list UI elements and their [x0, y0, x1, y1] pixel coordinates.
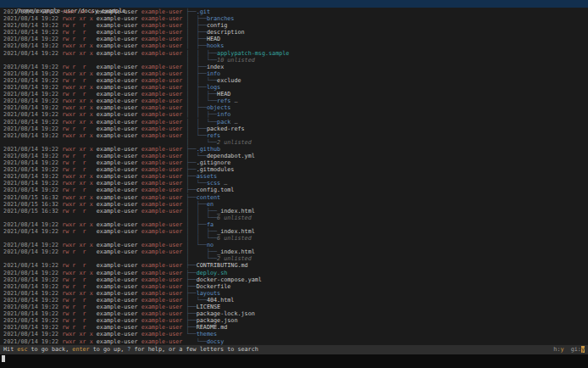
tree-row[interactable]: 2021/08/14 19:22 rw r r example-user exa…	[0, 297, 588, 304]
tree-row[interactable]: 2021/08/14 19:22 rw r r example-user exa…	[0, 64, 588, 70]
tree-row[interactable]: 2021/08/14 19:22 rw r r example-user exa…	[0, 187, 588, 193]
row-metadata: 2021/08/15 16:32 rwxr xr x example-user …	[0, 201, 186, 208]
permissions: rwxr xr x	[62, 331, 97, 337]
directory-name: content	[197, 194, 220, 201]
tree-row[interactable]: 2021/08/14 19:22 rwxr xr x example-user …	[0, 42, 588, 49]
modified-date: 2021/08/14 19:22	[0, 125, 62, 132]
tree-row[interactable]: 2021/08/14 19:22 rwxr xr x example-user …	[0, 8, 588, 15]
group-name: example-user	[141, 194, 186, 201]
tree-row[interactable]: 2021/08/14 19:22 rwxr xr x example-user …	[0, 70, 588, 77]
group-name	[141, 139, 186, 146]
tree-branch-lines: └──	[186, 331, 196, 337]
tree-branch-lines: │ ├──	[186, 42, 206, 49]
owner-name	[97, 57, 141, 64]
permissions: rwxr xr x	[62, 42, 97, 49]
hint-text: Hit	[3, 346, 17, 353]
tree-row[interactable]: 2021/08/15 16:32 rwxr xr x example-user …	[0, 194, 588, 201]
permissions: rwxr xr x	[62, 8, 97, 15]
row-metadata: 2021/08/14 19:22 rwxr xr x example-user …	[0, 42, 186, 49]
row-metadata: 2021/08/14 19:22 rwxr xr x example-user …	[0, 111, 186, 118]
group-name: example-user	[141, 64, 186, 70]
search-input-line[interactable]	[0, 354, 588, 368]
tree-row[interactable]: 2021/08/14 19:22 rw r r example-user exa…	[0, 159, 588, 166]
row-metadata: 2021/08/14 19:22 rwxr xr x example-user …	[0, 221, 186, 228]
tree-row[interactable]: 2021/08/14 19:22 rwxr xr x example-user …	[0, 270, 588, 276]
permissions: rwxr xr x	[62, 111, 97, 118]
permissions: rw r r	[62, 304, 97, 310]
tree-row[interactable]: 2021/08/14 19:22 rwxr xr x example-user …	[0, 290, 588, 297]
tree-row[interactable]: 2021/08/14 19:22 rwxr xr x example-user …	[0, 119, 588, 125]
permissions: rwxr xr x	[62, 50, 97, 57]
row-metadata: 2021/08/14 19:22 rw r r example-user exa…	[0, 77, 186, 84]
modified-date: 2021/08/15 16:32	[0, 194, 62, 201]
row-metadata: 2021/08/14 19:22 rw r r example-user exa…	[0, 22, 186, 29]
group-name: example-user	[141, 8, 186, 15]
modified-date: 2021/08/14 19:22	[0, 132, 62, 139]
row-metadata: 2021/08/14 19:22 rw r r example-user exa…	[0, 166, 186, 173]
tree-row[interactable]: 2021/08/14 19:22 rw r r example-user exa…	[0, 310, 588, 317]
row-metadata: 2021/08/14 19:22 rw r r example-user exa…	[0, 228, 186, 235]
tree-row[interactable]: 2021/08/14 19:22 rwxr xr x example-user …	[0, 331, 588, 337]
row-metadata: 2021/08/14 19:22 rw r r example-user exa…	[0, 297, 186, 304]
permissions	[62, 139, 97, 146]
row-metadata: 2021/08/14 19:22 rwxr xr x example-user …	[0, 15, 186, 22]
tree-row[interactable]: 2021/08/14 19:22 rw r r example-user exa…	[0, 77, 588, 84]
owner-name: example-user	[97, 304, 141, 310]
tree-row[interactable]: 2021/08/14 19:22 rw r r example-user exa…	[0, 153, 588, 159]
status-hint: Hit esc to go back, enter to go up, ? fo…	[3, 345, 258, 354]
row-metadata: 2021/08/14 19:22 rw r r example-user exa…	[0, 262, 186, 269]
modified-date: 2021/08/14 19:22	[0, 310, 62, 317]
file-name: _index.html	[217, 228, 255, 235]
owner-name: example-user	[97, 201, 141, 208]
tree-row[interactable]: 2021/08/14 19:22 rwxr xr x example-user …	[0, 111, 588, 118]
owner-name: example-user	[97, 270, 141, 276]
tree-row[interactable]: 2021/08/14 19:22 rw r r example-user exa…	[0, 283, 588, 290]
permissions: rwxr xr x	[62, 290, 97, 297]
tree-row[interactable]: 2021/08/15 16:32 rw r r example-user exa…	[0, 208, 588, 215]
tree-row[interactable]: 2021/08/14 19:22 rwxr xr x example-user …	[0, 221, 588, 228]
modified-date	[0, 57, 62, 64]
tree-row[interactable]: │ │ └──6 unlisted	[0, 235, 588, 242]
file-name: dependabot.yml	[207, 153, 255, 159]
row-metadata: 2021/08/14 19:22 rw r r example-user exa…	[0, 304, 186, 310]
tree-row[interactable]: 2021/08/14 19:22 rw r r example-user exa…	[0, 228, 588, 235]
file-name: .gitignore	[197, 159, 231, 166]
modified-date: 2021/08/14 19:22	[0, 153, 62, 159]
tree-row[interactable]: 2021/08/15 16:32 rwxr xr x example-user …	[0, 201, 588, 208]
group-name: example-user	[141, 331, 186, 337]
group-name: example-user	[141, 153, 186, 159]
tree-row[interactable]: 2021/08/14 19:22 rwxr xr x example-user …	[0, 84, 588, 91]
tree-row[interactable]: 2021/08/14 19:22 rwxr xr x example-user …	[0, 132, 588, 139]
tree-branch-lines: ├──	[186, 159, 196, 166]
tree-row[interactable]: │ └──2 unlisted	[0, 139, 588, 146]
tree-row[interactable]: 2021/08/14 19:22 rw r r example-user exa…	[0, 91, 588, 98]
group-name: example-user	[141, 91, 186, 98]
file-name: applypatch-msg.sample	[217, 50, 289, 57]
permissions: rwxr xr x	[62, 270, 97, 276]
owner-name: example-user	[97, 276, 141, 283]
file-name: index	[207, 64, 224, 70]
tree-branch-lines: │ ├──	[186, 15, 206, 22]
tree-row[interactable]: 2021/08/14 19:22 rw r r example-user exa…	[0, 262, 588, 269]
modified-date	[0, 215, 62, 221]
group-name: example-user	[141, 159, 186, 166]
tree-row[interactable]: 2021/08/14 19:22 rwxr xr x example-user …	[0, 338, 588, 345]
owner-name: example-user	[97, 153, 141, 159]
modified-date: 2021/08/14 19:22	[0, 22, 62, 29]
tree-row[interactable]: 2021/08/14 19:22 rwxr xr x example-user …	[0, 146, 588, 153]
tree-row[interactable]: 2021/08/14 19:22 rw r r example-user exa…	[0, 276, 588, 283]
group-name: example-user	[141, 111, 186, 118]
tree-row[interactable]: │ │ └──10 unlisted	[0, 57, 588, 64]
group-name: example-user	[141, 304, 186, 310]
tree-branch-lines: │ │ ├──	[186, 228, 217, 235]
tree-row[interactable]: 2021/08/14 19:22 rw r r example-user exa…	[0, 125, 588, 132]
file-name: docker-compose.yaml	[197, 276, 262, 283]
tree-row[interactable]: 2021/08/14 19:22 rwxr xr x example-user …	[0, 15, 588, 22]
tree-row[interactable]: 2021/08/14 19:22 rw r r example-user exa…	[0, 304, 588, 310]
row-metadata: 2021/08/14 19:22 rw r r example-user exa…	[0, 153, 186, 159]
tree-row[interactable]: 2021/08/14 19:22 rwxr xr x example-user …	[0, 50, 588, 57]
file-name: CONTRIBUTING.md	[197, 262, 248, 269]
tree-row[interactable]: │ │ └──6 unlisted	[0, 215, 588, 221]
group-name: example-user	[141, 187, 186, 193]
modified-date: 2021/08/14 19:22	[0, 297, 62, 304]
